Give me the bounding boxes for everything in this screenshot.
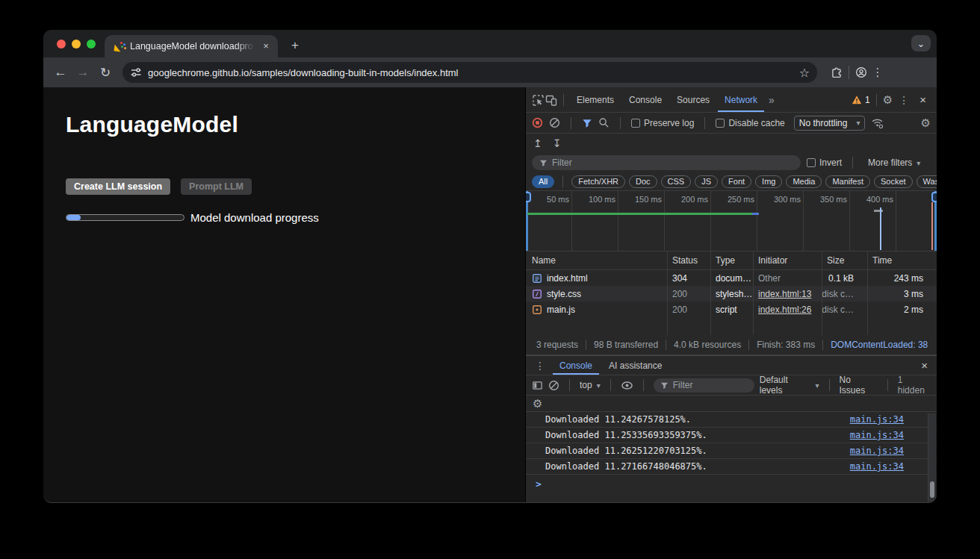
profile-icon[interactable] [855,66,867,78]
tab-close-icon[interactable]: × [260,40,272,52]
console-settings-gear-icon[interactable]: ⚙ [533,397,542,410]
drawer-menu-icon[interactable]: ⋮ [530,360,550,372]
chip-css[interactable]: CSS [661,175,692,188]
tab-network[interactable]: Network [718,88,764,112]
chip-font[interactable]: Font [722,175,751,188]
checkbox-icon[interactable] [631,119,640,128]
column-initiator[interactable]: Initiator [754,252,822,269]
record-network-log-icon[interactable] [532,117,543,128]
network-settings-gear-icon[interactable]: ⚙ [921,116,931,130]
device-toolbar-icon[interactable] [545,94,557,106]
warning-icon[interactable] [852,95,862,105]
script-icon [532,305,542,315]
back-button[interactable]: ← [51,63,70,82]
dom-content-loaded-line [880,207,881,250]
request-row-index-html[interactable]: index.html 304 docum… Other 0.1 kB 243 m… [526,270,937,286]
request-row-style-css[interactable]: style.css 200 stylesh… index.html:13 (di… [526,286,937,302]
browser-tab[interactable]: LanguageModel downloadpro × [105,35,278,57]
filter-funnel-icon[interactable] [582,118,592,128]
chip-manifest[interactable]: Manifest [825,175,870,188]
preserve-log-checkbox[interactable]: Preserve log [631,118,694,128]
hidden-messages-count[interactable]: 1 hidden [898,375,931,396]
drawer-tab-ai-assistance[interactable]: AI assistance [602,357,669,375]
chip-all[interactable]: All [532,175,554,188]
context-selector[interactable]: top ▾ [580,380,601,390]
site-settings-icon[interactable] [130,66,142,78]
live-expression-eye-icon[interactable] [621,379,633,392]
chip-fetch-xhr[interactable]: Fetch/XHR [571,175,625,188]
column-type[interactable]: Type [711,252,754,269]
drawer-close-icon[interactable]: × [917,359,932,372]
close-window-button[interactable] [57,40,66,49]
browser-menu-icon[interactable]: ⋮ [870,66,885,79]
throttling-dropdown[interactable]: No throttling ▾ [794,116,866,131]
console-drawer: ⋮ Console AI assistance × top ▾ [526,355,937,503]
source-link[interactable]: main.js:34 [850,446,904,456]
column-size[interactable]: Size [822,252,868,269]
inspect-element-icon[interactable] [532,94,544,106]
scrollbar-thumb[interactable] [930,481,934,498]
initiator-link[interactable]: index.html:13 [758,289,811,299]
chip-socket[interactable]: Socket [874,175,913,188]
bookmark-star-icon[interactable]: ☆ [799,66,810,80]
chip-media[interactable]: Media [786,175,822,188]
console-message: Downloaded 11.27166748046875%. main.js:3… [526,459,937,475]
tab-console[interactable]: Console [622,88,669,112]
chip-js[interactable]: JS [695,175,718,188]
tab-search-chevron-button[interactable]: ⌄ [911,35,931,51]
source-link[interactable]: main.js:34 [850,430,904,440]
search-icon[interactable] [598,117,610,128]
column-status[interactable]: Status [668,252,711,269]
forward-button[interactable]: → [73,63,93,82]
clear-network-log-icon[interactable] [549,117,560,128]
extensions-icon[interactable] [831,66,843,78]
export-har-icon[interactable]: ↧ [553,137,562,149]
filter-funnel-icon [660,381,669,390]
column-name[interactable]: Name [526,252,668,269]
devtools-close-icon[interactable]: × [915,93,931,106]
source-link[interactable]: main.js:34 [850,461,904,472]
address-bar[interactable]: googlechrome.github.io/samples/downloadi… [122,62,817,83]
checkbox-icon[interactable] [716,119,725,128]
invert-checkbox[interactable]: Invert [807,157,842,168]
divider [562,175,563,187]
column-time[interactable]: Time [868,252,937,269]
warning-count[interactable]: 1 [865,95,870,105]
issues-counter[interactable]: No Issues [840,375,878,396]
new-tab-button[interactable]: + [287,37,303,54]
browser-window: LanguageModel downloadpro × + ⌄ ← → ↻ go… [43,30,937,503]
tab-elements[interactable]: Elements [570,88,621,112]
network-filter-input[interactable]: Filter [532,155,801,170]
chip-wasm[interactable]: Wasm [917,175,937,188]
create-llm-session-button[interactable]: Create LLM session [66,178,170,195]
request-row-main-js[interactable]: main.js 200 script index.html:26 (disk c… [526,302,937,317]
fullscreen-window-button[interactable] [87,40,96,49]
disable-cache-checkbox[interactable]: Disable cache [716,118,784,128]
more-filters-dropdown[interactable]: More filters ▾ [863,157,925,168]
initiator-link[interactable]: index.html:26 [758,305,811,315]
tab-sources[interactable]: Sources [670,88,716,112]
console-filter-input[interactable]: Filter [654,378,754,393]
minimize-window-button[interactable] [72,40,81,49]
drawer-tab-console[interactable]: Console [553,357,599,375]
console-sidebar-icon[interactable] [532,380,543,391]
log-levels-dropdown[interactable]: Default levels ▾ [760,375,819,396]
console-message: Downloaded 11.25335693359375%. main.js:3… [526,428,937,443]
network-timeline-overview[interactable]: 50 ms 100 ms 150 ms 200 ms 250 ms 300 ms… [526,191,937,252]
timeline-left-handle[interactable] [526,192,531,202]
network-conditions-icon[interactable] [871,116,884,129]
checkbox-icon[interactable] [807,158,816,167]
source-link[interactable]: main.js:34 [850,414,904,425]
more-tabs-icon[interactable]: » [766,94,778,106]
reload-button[interactable]: ↻ [96,63,115,82]
devtools-menu-icon[interactable]: ⋮ [894,94,914,106]
chip-img[interactable]: Img [755,175,782,188]
clear-console-icon[interactable] [548,380,559,391]
console-scrollbar[interactable] [928,413,936,502]
devtools-settings-gear-icon[interactable]: ⚙ [883,93,893,107]
timeline-right-handle[interactable] [931,192,937,202]
progress-fill [66,215,81,220]
import-har-icon[interactable]: ↥ [533,137,542,149]
chip-doc[interactable]: Doc [629,175,657,188]
console-prompt[interactable]: > [526,475,937,493]
